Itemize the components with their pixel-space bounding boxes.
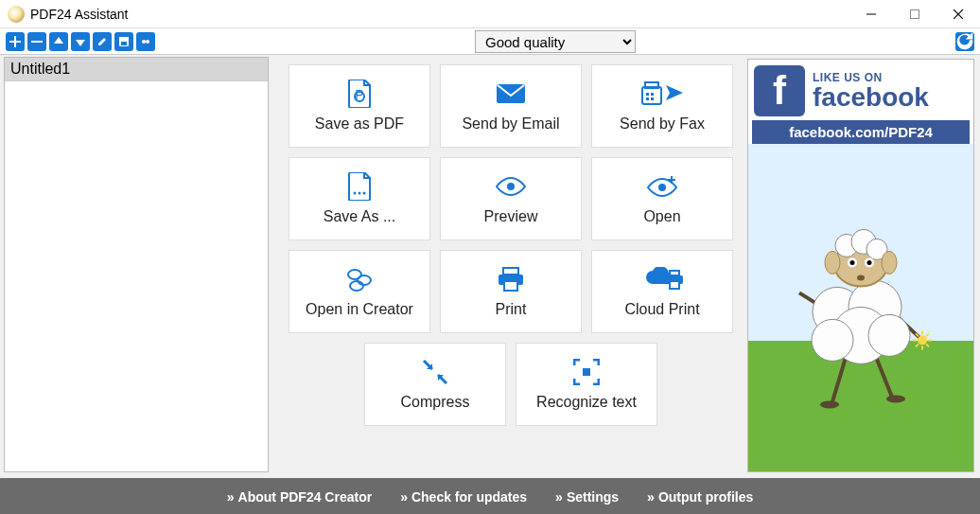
- footer-profiles[interactable]: »Output profiles: [647, 488, 753, 505]
- right-panel: f LIKE US ON facebook facebook.com/PDF24: [747, 59, 974, 472]
- compress-tile[interactable]: Compress: [364, 343, 506, 426]
- svg-point-55: [812, 319, 853, 361]
- ocr-icon: [573, 358, 600, 386]
- quality-select[interactable]: Good quality: [475, 30, 636, 53]
- edit-button[interactable]: [93, 32, 112, 51]
- save-as-tile[interactable]: Save As ...: [289, 157, 430, 240]
- svg-point-27: [363, 192, 366, 195]
- maximize-button[interactable]: [893, 0, 936, 27]
- svg-rect-45: [583, 368, 590, 376]
- action-grid: P Save as PDF Send by Email Send by Fax …: [274, 55, 747, 478]
- facebook-box[interactable]: f LIKE US ON facebook facebook.com/PDF24: [748, 60, 973, 144]
- file-item[interactable]: Untitled1: [5, 58, 268, 81]
- print-icon: [497, 265, 525, 293]
- file-list: Untitled1: [4, 57, 269, 472]
- svg-text:P: P: [355, 87, 363, 102]
- svg-point-29: [658, 184, 666, 191]
- svg-point-34: [350, 281, 363, 291]
- save-as-icon: [347, 172, 372, 201]
- tile-label: Open: [643, 208, 680, 225]
- send-email-tile[interactable]: Send by Email: [440, 64, 582, 148]
- footer-updates[interactable]: »Check for updates: [400, 488, 527, 505]
- svg-rect-21: [651, 93, 654, 96]
- move-up-button[interactable]: [49, 32, 68, 51]
- mascot-area: [748, 144, 973, 471]
- tile-label: Save as PDF: [315, 115, 404, 133]
- tile-label: Preview: [484, 208, 538, 225]
- open-creator-tile[interactable]: Open in Creator: [289, 250, 430, 333]
- svg-line-75: [926, 333, 929, 336]
- svg-point-66: [867, 260, 872, 265]
- svg-rect-23: [651, 97, 654, 100]
- svg-point-33: [358, 275, 371, 285]
- svg-point-28: [507, 183, 515, 190]
- svg-rect-37: [504, 281, 517, 291]
- svg-point-64: [850, 260, 855, 265]
- facebook-link[interactable]: facebook.com/PDF24: [752, 120, 970, 144]
- svg-rect-1: [911, 9, 919, 18]
- print-tile[interactable]: Print: [440, 250, 582, 333]
- svg-rect-38: [670, 271, 679, 275]
- send-fax-tile[interactable]: Send by Fax: [591, 64, 733, 148]
- toolbar: Good quality: [0, 28, 980, 55]
- app-icon: [8, 6, 25, 23]
- window-title: PDF24 Assistant: [30, 7, 849, 22]
- svg-rect-22: [646, 97, 649, 100]
- facebook-word: facebook: [813, 84, 929, 111]
- open-tile[interactable]: Open: [591, 157, 733, 240]
- cloud-print-icon: [639, 265, 686, 293]
- footer: »About PDF24 Creator »Check for updates …: [0, 478, 980, 514]
- email-icon: [496, 80, 526, 108]
- close-button[interactable]: [936, 0, 980, 27]
- tile-label: Send by Email: [462, 115, 559, 133]
- add-button[interactable]: [6, 32, 25, 51]
- svg-point-48: [820, 400, 839, 408]
- svg-point-49: [886, 395, 905, 402]
- svg-point-14: [146, 40, 149, 44]
- svg-point-67: [857, 275, 865, 280]
- svg-line-46: [832, 354, 847, 401]
- refresh-button[interactable]: [955, 32, 974, 51]
- cloud-print-tile[interactable]: Cloud Print: [591, 250, 733, 333]
- tile-label: Recognize text: [536, 394, 637, 411]
- tile-label: Print: [496, 301, 527, 318]
- svg-marker-8: [76, 40, 85, 46]
- svg-line-76: [916, 344, 919, 346]
- eye-icon: [495, 172, 527, 201]
- tile-label: Compress: [401, 394, 470, 411]
- titlebar: PDF24 Assistant: [0, 0, 980, 28]
- svg-point-68: [918, 335, 927, 345]
- svg-point-26: [359, 192, 361, 195]
- svg-rect-5: [9, 41, 21, 43]
- recognize-text-tile[interactable]: Recognize text: [516, 343, 657, 426]
- svg-point-13: [142, 40, 146, 44]
- sheep-mascot-icon: [780, 207, 941, 416]
- svg-marker-24: [666, 85, 683, 100]
- save-button[interactable]: [114, 32, 133, 51]
- pdf-icon: P: [347, 80, 372, 108]
- svg-point-61: [825, 251, 840, 274]
- tile-label: Open in Creator: [306, 301, 413, 318]
- footer-about[interactable]: »About PDF24 Creator: [227, 488, 372, 505]
- save-as-pdf-tile[interactable]: P Save as PDF: [289, 64, 430, 148]
- svg-point-56: [868, 314, 910, 356]
- svg-rect-40: [670, 281, 679, 289]
- compress-icon: [422, 358, 448, 386]
- svg-rect-19: [645, 82, 658, 88]
- content: Untitled1 P Save as PDF Send by Email Se…: [0, 55, 980, 478]
- creator-icon: [345, 265, 374, 293]
- footer-settings[interactable]: »Settings: [555, 488, 619, 505]
- svg-marker-7: [54, 37, 63, 44]
- open-icon: [646, 172, 678, 201]
- minimize-button[interactable]: [849, 0, 893, 27]
- facebook-logo-icon: f: [754, 65, 805, 116]
- tile-label: Cloud Print: [624, 301, 699, 318]
- remove-button[interactable]: [27, 32, 46, 51]
- move-down-button[interactable]: [71, 32, 90, 51]
- svg-marker-9: [98, 38, 106, 45]
- svg-rect-12: [121, 42, 127, 45]
- tile-label: Send by Fax: [620, 115, 705, 133]
- svg-rect-6: [31, 41, 43, 43]
- preview-tile[interactable]: Preview: [440, 157, 582, 240]
- view-button[interactable]: [136, 32, 155, 51]
